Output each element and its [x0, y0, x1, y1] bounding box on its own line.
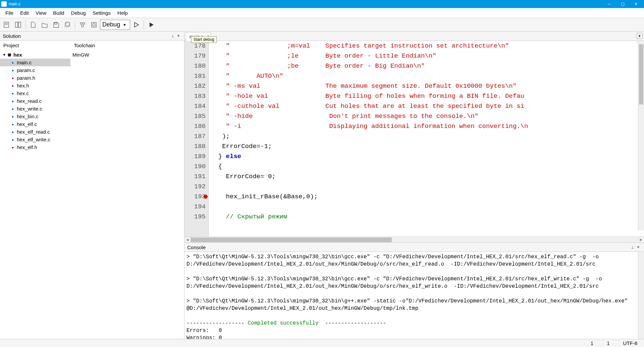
maximize-button[interactable]: ▢ — [616, 0, 629, 8]
svg-rect-4 — [18, 22, 21, 27]
scrollbar-thumb[interactable] — [639, 44, 643, 105]
scroll-right-icon[interactable]: ► — [638, 237, 644, 243]
file-item[interactable]: ●hex_elf.h — [0, 143, 70, 151]
titlebar: main.c ─ ▢ ✕ — [0, 0, 644, 8]
build-button[interactable] — [77, 19, 88, 30]
status-col: 1 — [607, 340, 609, 346]
file-item[interactable]: ●hex.h — [0, 82, 70, 89]
file-item[interactable]: ●hex_elf_read.c — [0, 128, 70, 136]
project-tree: ▾▦hex●main.c●param.c●param.h●hex.h●hex.c… — [0, 50, 70, 152]
svg-point-10 — [93, 23, 95, 26]
chevron-down-icon: ▼ — [123, 23, 126, 27]
breakpoint-icon[interactable] — [204, 195, 208, 199]
menu-view[interactable]: View — [32, 9, 50, 17]
svg-point-8 — [82, 25, 84, 27]
svg-point-7 — [83, 22, 85, 24]
console-scrollbar[interactable] — [638, 252, 644, 339]
minimize-button[interactable]: ─ — [602, 0, 616, 8]
file-item[interactable]: ●main.c — [0, 59, 70, 66]
menubar: FileEditViewBuildDebugSettingsHelp — [0, 8, 644, 18]
rebuild-button[interactable] — [89, 19, 99, 30]
console-title: Console — [187, 245, 206, 250]
editor-area: main.c × ▾ 17817918018118218318418518618… — [184, 31, 644, 339]
scroll-left-icon[interactable]: ◄ — [184, 237, 191, 243]
console-pin-icon[interactable]: ⟂ — [629, 244, 635, 250]
toolchain-value[interactable]: MinGW — [70, 51, 184, 59]
statusbar: 1 1 UTF-8 — [0, 339, 644, 347]
window-title: main.c — [9, 2, 20, 6]
close-button[interactable]: ✕ — [629, 0, 643, 8]
line-gutter[interactable]: 1781791801811821831841851861871881891901… — [184, 41, 209, 236]
console-header: Console ⟂ × — [184, 243, 644, 252]
file-item[interactable]: ●hex_read.c — [0, 97, 70, 105]
toolchain-column-header: Toolchain — [70, 41, 184, 50]
menu-settings[interactable]: Settings — [89, 9, 114, 17]
new-file-button[interactable] — [28, 19, 39, 30]
solution-title: Solution — [3, 33, 21, 39]
status-encoding: UTF-8 — [623, 340, 638, 346]
run-button[interactable] — [131, 19, 142, 30]
tooltip: Start debug — [191, 36, 217, 43]
console-close-icon[interactable]: × — [635, 244, 641, 250]
menu-build[interactable]: Build — [50, 9, 67, 17]
config-label: Debug — [102, 21, 120, 28]
save-all-button[interactable] — [62, 19, 73, 30]
file-item[interactable]: ●hex.c — [0, 89, 70, 97]
file-item[interactable]: ●hex_elf_write.c — [0, 136, 70, 143]
file-item[interactable]: ●hex_write.c — [0, 105, 70, 113]
project-root[interactable]: ▾▦hex — [0, 51, 70, 59]
file-item[interactable]: ●hex_elf.c — [0, 120, 70, 128]
svg-rect-3 — [15, 22, 18, 27]
svg-rect-5 — [55, 22, 57, 24]
open-solution-button[interactable] — [13, 19, 23, 30]
menu-file[interactable]: File — [2, 9, 17, 17]
code-content[interactable]: " ;m=val Specifies target instruction se… — [209, 41, 644, 236]
solution-panel: Solution ⟂ × Project ▾▦hex●main.c●param.… — [0, 31, 184, 339]
console-panel: Console ⟂ × > "D:\Soft\Qt\MinGW-5.12.3\T… — [184, 242, 644, 339]
svg-point-6 — [80, 22, 82, 24]
editor-tabbar: main.c × ▾ — [184, 31, 644, 41]
config-combo[interactable]: Debug ▼ — [100, 20, 130, 30]
close-panel-icon[interactable]: × — [175, 33, 181, 39]
file-item[interactable]: ●param.c — [0, 66, 70, 74]
app-icon — [1, 1, 7, 7]
menu-debug[interactable]: Debug — [68, 9, 89, 17]
toolbar: Debug ▼ — [0, 18, 644, 31]
menu-help[interactable]: Help — [114, 9, 131, 17]
scrollbar-thumb-h[interactable] — [191, 237, 392, 242]
code-editor[interactable]: 1781791801811821831841851861871881891901… — [184, 41, 644, 236]
vertical-scrollbar[interactable] — [638, 41, 644, 230]
file-item[interactable]: ●param.h — [0, 74, 70, 82]
svg-rect-0 — [4, 22, 9, 27]
new-solution-button[interactable] — [1, 19, 12, 30]
status-line: 1 — [591, 340, 593, 346]
project-column-header: Project — [0, 41, 70, 50]
svg-rect-9 — [92, 22, 96, 27]
menu-edit[interactable]: Edit — [17, 9, 32, 17]
pin-icon[interactable]: ⟂ — [169, 33, 175, 39]
tab-menu-button[interactable]: ▾ — [637, 33, 643, 39]
start-debug-button[interactable] — [146, 19, 157, 30]
open-file-button[interactable] — [39, 19, 50, 30]
save-button[interactable] — [51, 19, 61, 30]
file-item[interactable]: ●hex_bin.c — [0, 113, 70, 120]
console-output[interactable]: > "D:\Soft\Qt\MinGW-5.12.3\Tools\mingw73… — [184, 252, 644, 339]
horizontal-scrollbar[interactable]: ◄ ► — [184, 236, 644, 242]
solution-header: Solution ⟂ × — [0, 31, 184, 41]
